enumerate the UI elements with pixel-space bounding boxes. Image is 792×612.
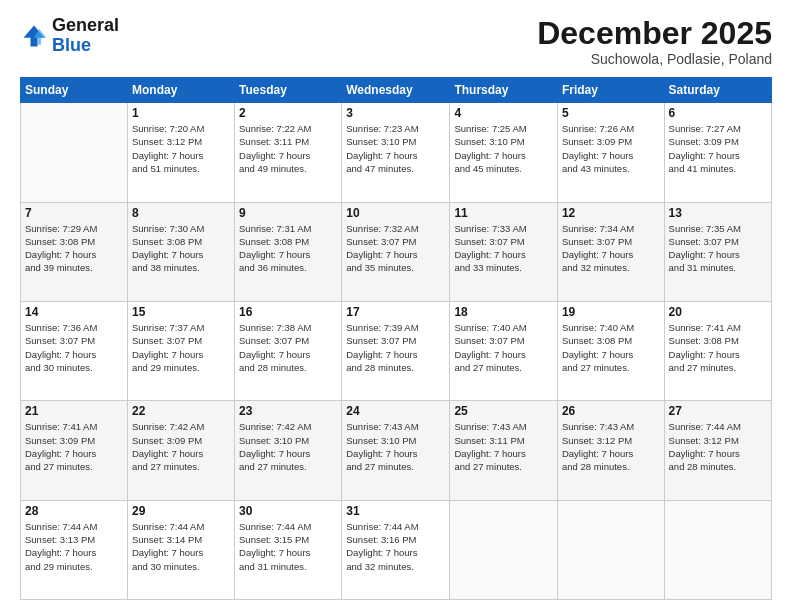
cell-3-0: 21Sunrise: 7:41 AMSunset: 3:09 PMDayligh… (21, 401, 128, 500)
col-monday: Monday (127, 78, 234, 103)
cell-3-1: 22Sunrise: 7:42 AMSunset: 3:09 PMDayligh… (127, 401, 234, 500)
day-detail: Sunrise: 7:34 AMSunset: 3:07 PMDaylight:… (562, 222, 660, 275)
cell-1-0: 7Sunrise: 7:29 AMSunset: 3:08 PMDaylight… (21, 202, 128, 301)
col-saturday: Saturday (664, 78, 771, 103)
day-detail: Sunrise: 7:25 AMSunset: 3:10 PMDaylight:… (454, 122, 553, 175)
cell-1-2: 9Sunrise: 7:31 AMSunset: 3:08 PMDaylight… (235, 202, 342, 301)
day-number: 3 (346, 106, 445, 120)
day-detail: Sunrise: 7:33 AMSunset: 3:07 PMDaylight:… (454, 222, 553, 275)
day-number: 2 (239, 106, 337, 120)
cell-4-0: 28Sunrise: 7:44 AMSunset: 3:13 PMDayligh… (21, 500, 128, 599)
day-detail: Sunrise: 7:23 AMSunset: 3:10 PMDaylight:… (346, 122, 445, 175)
cell-0-6: 6Sunrise: 7:27 AMSunset: 3:09 PMDaylight… (664, 103, 771, 202)
day-number: 15 (132, 305, 230, 319)
logo-text: General Blue (52, 16, 119, 56)
logo: General Blue (20, 16, 119, 56)
day-detail: Sunrise: 7:37 AMSunset: 3:07 PMDaylight:… (132, 321, 230, 374)
location: Suchowola, Podlasie, Poland (537, 51, 772, 67)
col-tuesday: Tuesday (235, 78, 342, 103)
day-number: 5 (562, 106, 660, 120)
cell-4-6 (664, 500, 771, 599)
day-detail: Sunrise: 7:43 AMSunset: 3:12 PMDaylight:… (562, 420, 660, 473)
cell-2-2: 16Sunrise: 7:38 AMSunset: 3:07 PMDayligh… (235, 301, 342, 400)
day-number: 20 (669, 305, 767, 319)
calendar: Sunday Monday Tuesday Wednesday Thursday… (20, 77, 772, 600)
day-number: 21 (25, 404, 123, 418)
day-number: 28 (25, 504, 123, 518)
cell-3-3: 24Sunrise: 7:43 AMSunset: 3:10 PMDayligh… (342, 401, 450, 500)
week-row-4: 28Sunrise: 7:44 AMSunset: 3:13 PMDayligh… (21, 500, 772, 599)
day-number: 4 (454, 106, 553, 120)
day-number: 26 (562, 404, 660, 418)
cell-0-2: 2Sunrise: 7:22 AMSunset: 3:11 PMDaylight… (235, 103, 342, 202)
day-detail: Sunrise: 7:27 AMSunset: 3:09 PMDaylight:… (669, 122, 767, 175)
cell-1-4: 11Sunrise: 7:33 AMSunset: 3:07 PMDayligh… (450, 202, 558, 301)
day-number: 19 (562, 305, 660, 319)
cell-2-3: 17Sunrise: 7:39 AMSunset: 3:07 PMDayligh… (342, 301, 450, 400)
day-detail: Sunrise: 7:40 AMSunset: 3:08 PMDaylight:… (562, 321, 660, 374)
day-number: 27 (669, 404, 767, 418)
day-number: 22 (132, 404, 230, 418)
day-detail: Sunrise: 7:44 AMSunset: 3:16 PMDaylight:… (346, 520, 445, 573)
day-number: 8 (132, 206, 230, 220)
cell-2-1: 15Sunrise: 7:37 AMSunset: 3:07 PMDayligh… (127, 301, 234, 400)
cell-1-1: 8Sunrise: 7:30 AMSunset: 3:08 PMDaylight… (127, 202, 234, 301)
cell-0-1: 1Sunrise: 7:20 AMSunset: 3:12 PMDaylight… (127, 103, 234, 202)
week-row-0: 1Sunrise: 7:20 AMSunset: 3:12 PMDaylight… (21, 103, 772, 202)
page: General Blue December 2025 Suchowola, Po… (0, 0, 792, 612)
day-detail: Sunrise: 7:43 AMSunset: 3:11 PMDaylight:… (454, 420, 553, 473)
cell-0-0 (21, 103, 128, 202)
day-detail: Sunrise: 7:40 AMSunset: 3:07 PMDaylight:… (454, 321, 553, 374)
day-number: 29 (132, 504, 230, 518)
cell-2-5: 19Sunrise: 7:40 AMSunset: 3:08 PMDayligh… (557, 301, 664, 400)
cell-3-2: 23Sunrise: 7:42 AMSunset: 3:10 PMDayligh… (235, 401, 342, 500)
day-number: 23 (239, 404, 337, 418)
day-detail: Sunrise: 7:38 AMSunset: 3:07 PMDaylight:… (239, 321, 337, 374)
cell-2-0: 14Sunrise: 7:36 AMSunset: 3:07 PMDayligh… (21, 301, 128, 400)
logo-icon (20, 22, 48, 50)
cell-0-4: 4Sunrise: 7:25 AMSunset: 3:10 PMDaylight… (450, 103, 558, 202)
col-friday: Friday (557, 78, 664, 103)
col-thursday: Thursday (450, 78, 558, 103)
day-number: 10 (346, 206, 445, 220)
title-block: December 2025 Suchowola, Podlasie, Polan… (537, 16, 772, 67)
cell-0-5: 5Sunrise: 7:26 AMSunset: 3:09 PMDaylight… (557, 103, 664, 202)
day-number: 9 (239, 206, 337, 220)
day-number: 14 (25, 305, 123, 319)
month-title: December 2025 (537, 16, 772, 51)
day-detail: Sunrise: 7:44 AMSunset: 3:14 PMDaylight:… (132, 520, 230, 573)
logo-line2: Blue (52, 35, 91, 55)
cell-3-5: 26Sunrise: 7:43 AMSunset: 3:12 PMDayligh… (557, 401, 664, 500)
day-detail: Sunrise: 7:42 AMSunset: 3:09 PMDaylight:… (132, 420, 230, 473)
cell-3-4: 25Sunrise: 7:43 AMSunset: 3:11 PMDayligh… (450, 401, 558, 500)
day-detail: Sunrise: 7:44 AMSunset: 3:13 PMDaylight:… (25, 520, 123, 573)
cell-4-5 (557, 500, 664, 599)
header-row: Sunday Monday Tuesday Wednesday Thursday… (21, 78, 772, 103)
day-detail: Sunrise: 7:44 AMSunset: 3:15 PMDaylight:… (239, 520, 337, 573)
header: General Blue December 2025 Suchowola, Po… (20, 16, 772, 67)
day-detail: Sunrise: 7:30 AMSunset: 3:08 PMDaylight:… (132, 222, 230, 275)
col-sunday: Sunday (21, 78, 128, 103)
day-detail: Sunrise: 7:29 AMSunset: 3:08 PMDaylight:… (25, 222, 123, 275)
cell-1-3: 10Sunrise: 7:32 AMSunset: 3:07 PMDayligh… (342, 202, 450, 301)
cell-2-4: 18Sunrise: 7:40 AMSunset: 3:07 PMDayligh… (450, 301, 558, 400)
day-detail: Sunrise: 7:39 AMSunset: 3:07 PMDaylight:… (346, 321, 445, 374)
day-detail: Sunrise: 7:20 AMSunset: 3:12 PMDaylight:… (132, 122, 230, 175)
day-detail: Sunrise: 7:44 AMSunset: 3:12 PMDaylight:… (669, 420, 767, 473)
day-number: 11 (454, 206, 553, 220)
day-detail: Sunrise: 7:32 AMSunset: 3:07 PMDaylight:… (346, 222, 445, 275)
cell-4-3: 31Sunrise: 7:44 AMSunset: 3:16 PMDayligh… (342, 500, 450, 599)
cell-0-3: 3Sunrise: 7:23 AMSunset: 3:10 PMDaylight… (342, 103, 450, 202)
col-wednesday: Wednesday (342, 78, 450, 103)
day-detail: Sunrise: 7:22 AMSunset: 3:11 PMDaylight:… (239, 122, 337, 175)
day-number: 12 (562, 206, 660, 220)
cell-1-5: 12Sunrise: 7:34 AMSunset: 3:07 PMDayligh… (557, 202, 664, 301)
cell-3-6: 27Sunrise: 7:44 AMSunset: 3:12 PMDayligh… (664, 401, 771, 500)
day-detail: Sunrise: 7:36 AMSunset: 3:07 PMDaylight:… (25, 321, 123, 374)
day-detail: Sunrise: 7:31 AMSunset: 3:08 PMDaylight:… (239, 222, 337, 275)
day-number: 30 (239, 504, 337, 518)
week-row-1: 7Sunrise: 7:29 AMSunset: 3:08 PMDaylight… (21, 202, 772, 301)
day-number: 17 (346, 305, 445, 319)
cell-1-6: 13Sunrise: 7:35 AMSunset: 3:07 PMDayligh… (664, 202, 771, 301)
week-row-3: 21Sunrise: 7:41 AMSunset: 3:09 PMDayligh… (21, 401, 772, 500)
